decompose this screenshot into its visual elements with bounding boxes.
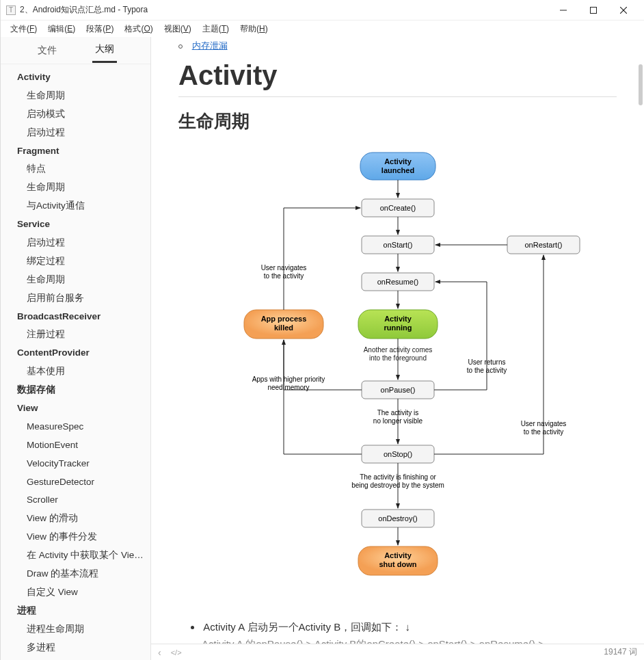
content-area: 内存泄漏 Activity 生命周期 Activitylaunched bbox=[151, 37, 644, 660]
outline-item[interactable]: 自定义 View bbox=[1, 583, 150, 602]
link-memleak[interactable]: 内存泄漏 bbox=[192, 40, 228, 51]
menu-E[interactable]: 编辑(E) bbox=[44, 22, 79, 36]
bullet-icon bbox=[178, 44, 183, 49]
outline-item[interactable]: 生命周期 bbox=[1, 179, 150, 197]
bullet-icon bbox=[191, 626, 194, 629]
node-ondestroy: onDestroy() bbox=[378, 514, 417, 523]
node-oncreate: onCreate() bbox=[379, 204, 416, 212]
menu-V[interactable]: 视图(V) bbox=[160, 22, 196, 36]
label-usernav: User navigatesto the activity bbox=[260, 264, 306, 280]
outline-item[interactable]: View bbox=[1, 399, 150, 418]
outline-item[interactable]: 与Activity通信 bbox=[1, 197, 150, 215]
bullet-text: Activity A 启动另一个Activity B，回调如下： ↓ bbox=[203, 621, 410, 633]
close-button[interactable] bbox=[608, 1, 639, 20]
label-finishing: The activity is finishing orbeing destro… bbox=[351, 473, 444, 489]
outline-item[interactable]: GestureDetector bbox=[1, 473, 150, 492]
outline-item[interactable]: 进程 bbox=[1, 602, 150, 620]
svg-rect-1 bbox=[591, 7, 597, 13]
menu-O[interactable]: 格式(O) bbox=[120, 22, 157, 36]
outline-item[interactable]: Service bbox=[1, 215, 150, 234]
outline-item[interactable]: 特点 bbox=[1, 160, 150, 179]
outline-item[interactable]: 绑定过程 bbox=[1, 252, 150, 271]
menu-T[interactable]: 主题(T) bbox=[198, 22, 233, 36]
outline-item[interactable]: 多进程 bbox=[1, 639, 150, 657]
node-onresume: onResume() bbox=[377, 278, 418, 286]
maximize-button[interactable] bbox=[578, 1, 608, 20]
outline-item[interactable]: 生命周期 bbox=[1, 271, 150, 289]
window-controls bbox=[548, 1, 639, 20]
sidebar-tabs: 文件 大纲 bbox=[1, 37, 150, 64]
lifecycle-diagram: Activitylaunched onCreate() onStart() on… bbox=[206, 147, 589, 607]
outline-item[interactable]: 注册过程 bbox=[1, 326, 150, 344]
word-count[interactable]: 19147 词 bbox=[604, 646, 637, 658]
outline-item[interactable]: View 的滑动 bbox=[1, 510, 150, 528]
node-shutdown: Activityshut down bbox=[379, 551, 416, 568]
outline-item[interactable]: 启动过程 bbox=[1, 234, 150, 252]
outline-item[interactable]: View 的事件分发 bbox=[1, 528, 150, 546]
app-icon: T bbox=[6, 5, 16, 15]
titlebar: T 2、Android知识点汇总.md - Typora bbox=[1, 0, 644, 21]
scrollbar-thumb[interactable] bbox=[639, 64, 643, 105]
label-priority: Apps with higher priorityneed memory bbox=[252, 375, 325, 391]
node-launched: Activitylaunched bbox=[381, 157, 414, 174]
label-another: Another activity comesinto the foregroun… bbox=[363, 346, 432, 362]
outline-item[interactable]: 启动过程 bbox=[1, 124, 150, 142]
outline-item[interactable]: MeasureSpec bbox=[1, 418, 150, 436]
label-usernav2: User navigatesto the activity bbox=[520, 420, 566, 436]
outline-item[interactable]: 数据存储 bbox=[1, 381, 150, 399]
outline-item[interactable]: ContentProvider bbox=[1, 344, 150, 362]
node-onstart: onStart() bbox=[383, 241, 412, 249]
tab-outline[interactable]: 大纲 bbox=[92, 38, 117, 63]
node-running: Activityrunning bbox=[384, 315, 412, 332]
node-onpause: onPause() bbox=[380, 386, 415, 394]
outline-item[interactable]: 启动模式 bbox=[1, 105, 150, 124]
outline-item[interactable]: Fragment bbox=[1, 142, 150, 161]
node-onrestart: onRestart() bbox=[524, 241, 562, 249]
code-icon[interactable]: </> bbox=[171, 648, 182, 657]
label-nolonger: The activity isno longer visible bbox=[373, 409, 422, 425]
minimize-button[interactable] bbox=[548, 1, 578, 20]
outline-item[interactable]: 生命周期 bbox=[1, 87, 150, 105]
outline-item[interactable]: VelocityTracker bbox=[1, 455, 150, 473]
node-onstop: onStop() bbox=[383, 450, 412, 458]
outline-item[interactable]: Scroller bbox=[1, 491, 150, 510]
outline-item[interactable]: BroadcastReceiver bbox=[1, 308, 150, 326]
heading-lifecycle: 生命周期 bbox=[178, 109, 617, 133]
outline-item[interactable]: 基本使用 bbox=[1, 362, 150, 381]
sidebar: 文件 大纲 Activity生命周期启动模式启动过程Fragment特点生命周期… bbox=[1, 37, 151, 660]
outline-item[interactable]: 进程存活 bbox=[1, 657, 150, 661]
outline-item[interactable]: Draw 的基本流程 bbox=[1, 565, 150, 583]
outline-item[interactable]: Activity bbox=[1, 68, 150, 87]
tab-files[interactable]: 文件 bbox=[35, 39, 59, 62]
window-title: 2、Android知识点汇总.md - Typora bbox=[20, 4, 548, 16]
menu-F[interactable]: 文件(F) bbox=[6, 22, 41, 36]
back-icon[interactable]: ‹ bbox=[158, 647, 161, 658]
outline-item[interactable]: 进程生命周期 bbox=[1, 620, 150, 639]
menu-H[interactable]: 帮助(H) bbox=[236, 22, 272, 36]
menu-P[interactable]: 段落(P) bbox=[82, 22, 118, 36]
outline-item[interactable]: 启用前台服务 bbox=[1, 289, 150, 308]
editor[interactable]: 内存泄漏 Activity 生命周期 Activitylaunched bbox=[151, 37, 644, 644]
statusbar: ‹ </> 19147 词 bbox=[151, 644, 644, 660]
outline-list[interactable]: Activity生命周期启动模式启动过程Fragment特点生命周期与Activ… bbox=[1, 64, 150, 660]
bullet-text-2: Activity A 的onPause() > Activity B的onCre… bbox=[202, 638, 617, 644]
label-userreturns: User returnsto the activity bbox=[466, 358, 506, 374]
content-bullet-row: Activity A 启动另一个Activity B，回调如下： ↓ bbox=[178, 621, 617, 634]
outline-item[interactable]: 在 Activity 中获取某个 View 的宽高 bbox=[1, 546, 150, 565]
outline-item[interactable]: MotionEvent bbox=[1, 436, 150, 455]
main-area: 文件 大纲 Activity生命周期启动模式启动过程Fragment特点生命周期… bbox=[1, 37, 644, 660]
menubar: 文件(F)编辑(E)段落(P)格式(O)视图(V)主题(T)帮助(H) bbox=[1, 21, 644, 37]
heading-activity: Activity bbox=[178, 60, 617, 97]
